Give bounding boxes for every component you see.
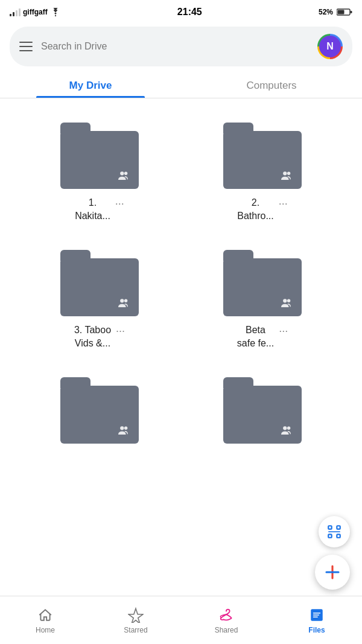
nav-item-home[interactable]: Home [0, 602, 91, 639]
shared-icon [280, 297, 293, 310]
nav-item-files[interactable]: Files [272, 602, 362, 639]
svg-point-12 [120, 426, 124, 430]
shared-icon [280, 170, 293, 183]
svg-rect-2 [337, 10, 344, 14]
more-options-button[interactable]: ··· [279, 325, 288, 337]
nav-label-shared: Shared [215, 626, 238, 634]
folder-icon [223, 250, 302, 316]
avatar[interactable]: N [317, 34, 343, 59]
list-item[interactable]: 3. Taboo Vids &... ··· [18, 238, 181, 365]
add-icon [323, 563, 341, 581]
wifi-icon [50, 8, 61, 16]
bottom-nav: Home Starred Shared [0, 596, 362, 644]
svg-rect-17 [337, 526, 340, 529]
svg-point-9 [124, 299, 127, 302]
folder-name: 2. Bathro... [237, 196, 273, 223]
status-left: giffgaff [10, 8, 61, 16]
shared-icon [117, 170, 130, 183]
svg-rect-19 [337, 534, 340, 537]
nav-label-starred: Starred [124, 626, 147, 634]
item-name-row: 1. Nakita... ··· [24, 196, 175, 223]
scan-fab-button[interactable] [319, 516, 350, 547]
list-item[interactable] [18, 365, 181, 458]
list-item[interactable] [181, 365, 344, 458]
nav-item-shared[interactable]: Shared [181, 602, 272, 639]
shared-nav-icon [218, 607, 235, 623]
nav-item-starred[interactable]: Starred [91, 602, 181, 639]
svg-point-13 [124, 426, 127, 429]
home-icon [37, 607, 54, 623]
star-icon [127, 607, 144, 623]
folder-icon [60, 377, 139, 444]
svg-point-10 [283, 299, 287, 302]
add-fab-button[interactable] [315, 555, 350, 590]
search-placeholder: Search in Drive [41, 41, 309, 52]
folder-icon [60, 123, 139, 189]
signal-bars [10, 8, 21, 16]
list-item[interactable]: 1. Nakita... ··· [18, 110, 181, 238]
tab-my-drive[interactable]: My Drive [0, 71, 181, 98]
nav-label-home: Home [36, 626, 55, 634]
folder-name: Beta safe fe... [237, 324, 274, 351]
folder-name: 3. Taboo Vids &... [74, 324, 111, 351]
svg-rect-3 [350, 11, 352, 13]
search-bar[interactable]: Search in Drive N [10, 27, 352, 66]
more-options-button[interactable]: ··· [279, 197, 288, 210]
avatar-letter: N [319, 36, 341, 57]
status-bar: giffgaff 21:45 52% [0, 0, 362, 22]
svg-point-7 [287, 172, 290, 175]
svg-rect-18 [328, 534, 331, 537]
carrier-label: giffgaff [23, 8, 48, 16]
item-name-row: 2. Bathro... ··· [187, 196, 338, 223]
svg-point-6 [283, 171, 287, 175]
list-item[interactable]: Beta safe fe... ··· [181, 238, 344, 365]
folder-icon [223, 123, 302, 189]
folder-icon [60, 250, 139, 316]
shared-icon [117, 297, 130, 310]
item-name-row: Beta safe fe... ··· [187, 324, 338, 351]
battery-icon [337, 8, 352, 16]
item-name-row: 3. Taboo Vids &... ··· [24, 324, 175, 351]
menu-button[interactable] [19, 42, 33, 51]
svg-point-8 [120, 299, 124, 302]
more-options-button[interactable]: ··· [116, 325, 125, 337]
tabs: My Drive Computers [0, 71, 362, 98]
svg-point-4 [120, 171, 124, 175]
svg-point-5 [124, 172, 127, 175]
svg-point-15 [287, 426, 290, 429]
more-options-button[interactable]: ··· [115, 197, 124, 210]
status-time: 21:45 [177, 7, 202, 18]
folder-icon [223, 377, 302, 444]
svg-rect-16 [328, 526, 331, 529]
shared-icon [280, 424, 293, 438]
nav-label-files: Files [308, 626, 325, 634]
scan-icon [326, 524, 342, 540]
folder-grid: 1. Nakita... ··· 2. [0, 98, 362, 470]
list-item[interactable]: 2. Bathro... ··· [181, 110, 344, 238]
folder-name: 1. Nakita... [75, 196, 110, 223]
status-right: 52% [319, 8, 352, 16]
files-icon [308, 607, 325, 623]
svg-point-14 [283, 426, 287, 430]
tab-computers[interactable]: Computers [181, 71, 362, 98]
battery-label: 52% [319, 8, 333, 16]
svg-point-11 [287, 299, 290, 302]
svg-point-0 [55, 15, 56, 16]
fab-container [315, 516, 350, 590]
shared-icon [117, 424, 130, 438]
